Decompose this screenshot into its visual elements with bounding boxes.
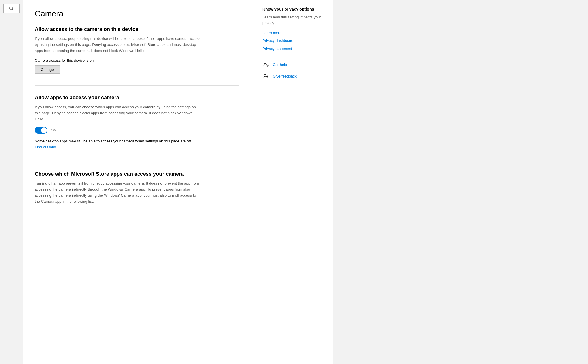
- section-store-apps-title: Choose which Microsoft Store apps can ac…: [35, 171, 239, 177]
- toggle-knob: [41, 127, 47, 133]
- device-access-status: Camera access for this device is on: [35, 58, 239, 63]
- sidebar: [0, 0, 23, 364]
- section-device-access: Allow access to the camera on this devic…: [35, 26, 239, 74]
- app-access-toggle-row: On: [35, 127, 239, 134]
- section-app-access: Allow apps to access your camera If you …: [35, 95, 239, 150]
- svg-point-2: [264, 63, 266, 64]
- get-help-action[interactable]: ? Get help: [262, 61, 326, 68]
- panel-title: Know your privacy options: [262, 7, 326, 11]
- search-icon: [9, 6, 14, 11]
- page-title: Camera: [35, 9, 239, 18]
- learn-more-link[interactable]: Learn more: [262, 30, 326, 36]
- help-icon: ?: [262, 61, 269, 68]
- search-box[interactable]: [3, 4, 20, 13]
- svg-point-5: [264, 74, 266, 75]
- separator-2: [35, 162, 239, 162]
- privacy-statement-link[interactable]: Privacy statement: [262, 45, 326, 52]
- main-content: Camera Allow access to the camera on thi…: [23, 0, 253, 364]
- separator-1: [35, 85, 239, 86]
- find-out-why-link[interactable]: Find out why: [35, 145, 56, 149]
- svg-point-0: [10, 7, 12, 9]
- get-help-link[interactable]: Get help: [273, 63, 287, 67]
- panel-desc: Learn how this setting impacts your priv…: [262, 14, 326, 26]
- privacy-dashboard-link[interactable]: Privacy dashboard: [262, 37, 326, 44]
- toggle-label: On: [51, 128, 56, 132]
- section-device-access-title: Allow access to the camera on this devic…: [35, 26, 239, 32]
- feedback-icon: [262, 73, 269, 80]
- give-feedback-link[interactable]: Give feedback: [273, 74, 297, 78]
- change-button[interactable]: Change: [35, 65, 60, 74]
- app-access-note: Some desktop apps may still be able to a…: [35, 138, 196, 150]
- section-store-apps-desc: Turning off an app prevents it from dire…: [35, 181, 201, 204]
- section-device-access-desc: If you allow access, people using this d…: [35, 36, 201, 54]
- panel-links: Learn more Privacy dashboard Privacy sta…: [262, 30, 326, 52]
- section-app-access-title: Allow apps to access your camera: [35, 95, 239, 101]
- right-panel: Know your privacy options Learn how this…: [253, 0, 333, 364]
- svg-marker-6: [266, 75, 268, 78]
- app-access-toggle[interactable]: [35, 127, 47, 134]
- svg-line-1: [12, 9, 13, 11]
- section-app-access-desc: If you allow access, you can choose whic…: [35, 104, 201, 122]
- section-store-apps: Choose which Microsoft Store apps can ac…: [35, 171, 239, 204]
- give-feedback-action[interactable]: Give feedback: [262, 73, 326, 80]
- svg-text:?: ?: [267, 65, 268, 67]
